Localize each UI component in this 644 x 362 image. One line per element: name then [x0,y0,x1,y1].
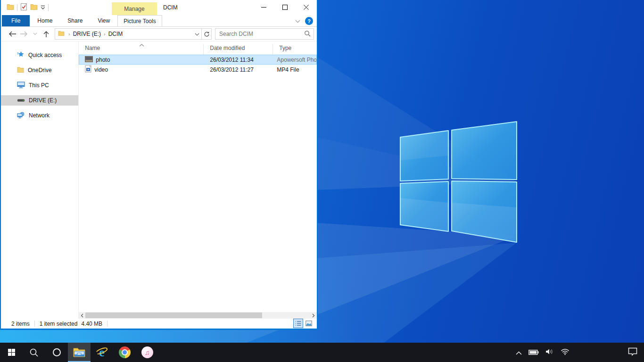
action-center-icon[interactable] [628,347,637,358]
sidebar-item-this-pc[interactable]: This PC [1,80,78,90]
video-file-icon [85,65,91,74]
status-separator [34,321,35,327]
taskbar: e ♫ [0,343,644,362]
new-folder-icon[interactable] [30,3,38,12]
refresh-button[interactable] [202,28,212,40]
details-view-button[interactable] [294,319,303,328]
customize-qat-chevron-icon[interactable] [41,4,45,11]
internet-explorer-icon: e [95,346,108,359]
column-header-date-modified[interactable]: Date modified [204,44,273,55]
forward-button[interactable] [18,28,29,40]
ribbon-collapse-chevron-icon[interactable] [295,18,300,25]
address-dropdown-chevron-icon[interactable] [195,31,199,37]
qat-separator [48,4,49,11]
sidebar-item-drive-e[interactable]: DRIVE (E:) [1,95,78,106]
sidebar-item-onedrive[interactable]: OneDrive [1,65,78,75]
search-input[interactable] [219,31,304,37]
scroll-left-arrow-icon[interactable] [79,312,85,319]
this-pc-monitor-icon [17,82,25,90]
breadcrumb-dcim[interactable]: DCIM [108,31,123,37]
ribbon-tabs: File Home Share View Picture Tools ? [1,15,317,27]
file-type: Apowersoft Pho [273,57,317,63]
large-thumbnails-view-button[interactable] [304,319,313,328]
tab-share[interactable]: Share [60,15,90,26]
network-icon [17,112,25,120]
breadcrumb-drive[interactable]: DRIVE (E:) [73,31,101,37]
file-list-pane: Name Date modified Type photo 26/03/2012… [79,41,317,319]
quick-access-toolbar [7,3,49,12]
window-controls [253,0,317,15]
scrollbar-track[interactable] [85,312,310,319]
cortana-icon [53,348,61,356]
taskbar-itunes[interactable]: ♫ [136,343,158,362]
taskbar-internet-explorer[interactable]: e [91,343,113,362]
minimize-button[interactable] [253,0,274,15]
column-headers: Name Date modified Type [79,41,317,55]
contextual-tab-group-manage[interactable]: Manage [112,2,157,15]
scrollbar-thumb[interactable] [85,313,262,318]
sidebar-item-label: Network [29,112,50,119]
recent-locations-chevron-icon[interactable] [29,28,41,40]
scroll-right-arrow-icon[interactable] [310,312,317,319]
search-field[interactable] [215,28,314,40]
search-icon[interactable] [304,30,311,38]
title-bar[interactable]: Manage DCIM [1,0,317,15]
sidebar-item-label: OneDrive [28,67,52,74]
breadcrumb-separator: › [104,31,106,37]
volume-icon[interactable] [545,348,554,357]
file-row-photo[interactable]: photo 26/03/2012 11:34 Apowersoft Pho [79,55,317,65]
file-date-modified: 26/03/2012 11:34 [204,57,273,63]
window-title: DCIM [163,4,178,11]
taskbar-file-explorer[interactable] [68,343,91,362]
file-date-modified: 26/03/2012 11:27 [204,66,273,73]
properties-icon[interactable] [20,3,27,12]
back-button[interactable] [7,28,18,40]
file-name: video [94,66,108,73]
chrome-icon [119,346,131,358]
start-button[interactable] [0,343,23,362]
file-explorer-icon [73,347,85,357]
battery-icon[interactable] [528,348,539,357]
selection-count: 1 item selected [40,321,78,327]
tab-picture-tools[interactable]: Picture Tools [117,15,162,26]
itunes-icon: ♫ [141,346,153,358]
up-button[interactable] [41,28,52,40]
file-row-video[interactable]: video 26/03/2012 11:27 MP4 File [79,65,317,74]
status-separator [107,321,107,327]
sidebar-item-network[interactable]: Network [1,110,78,121]
close-button[interactable] [296,0,317,15]
sidebar-item-quick-access[interactable]: Quick access [1,50,78,60]
horizontal-scrollbar[interactable] [79,312,317,319]
windows-logo-icon [8,349,15,356]
tab-home[interactable]: Home [30,15,60,26]
explorer-folder-icon [7,3,14,12]
taskbar-chrome[interactable] [113,343,136,362]
cortana-button[interactable] [45,343,68,362]
wifi-icon[interactable] [561,348,570,357]
manage-label: Manage [124,6,144,12]
hidden-icons-chevron-icon[interactable] [516,348,522,357]
taskbar-search-button[interactable] [23,343,45,362]
file-explorer-window: Manage DCIM File Home Share View Pictur [0,0,318,330]
help-button[interactable]: ? [305,17,313,25]
breadcrumb-separator: › [68,31,70,37]
system-tray [516,343,644,362]
column-header-type[interactable]: Type [273,44,317,55]
desktop-wallpaper: Manage DCIM File Home Share View Pictur [0,0,644,362]
tab-view[interactable]: View [90,15,117,26]
usb-drive-icon [17,97,25,104]
navigation-pane: Quick access OneDrive This PC [1,41,79,319]
address-bar[interactable]: › DRIVE (E:) › DCIM [55,28,202,40]
maximize-button[interactable] [274,0,296,15]
file-pane-empty-area[interactable] [79,74,317,312]
onedrive-folder-icon [17,66,24,74]
sidebar-item-label: Quick access [28,52,62,58]
item-count: 2 items [11,321,30,327]
sidebar-item-label: DRIVE (E:) [29,97,57,104]
tab-file[interactable]: File [2,15,30,26]
quick-access-star-icon [17,51,25,59]
navigation-bar: › DRIVE (E:) › DCIM [1,27,317,41]
selection-size: 4.40 MB [81,321,102,327]
photo-thumbnail-icon [85,56,93,64]
sidebar-item-label: This PC [29,82,49,89]
